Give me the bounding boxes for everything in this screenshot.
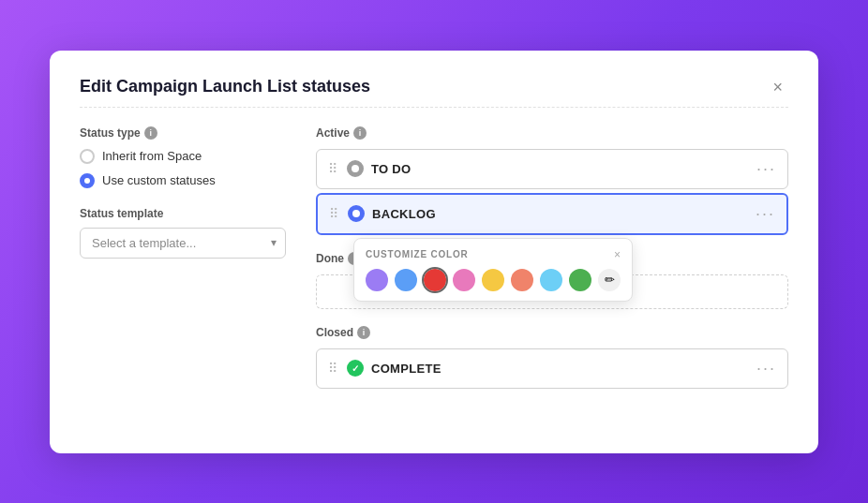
template-select[interactable]: Select a template...	[80, 228, 286, 259]
edit-statuses-modal: Edit Campaign Launch List statuses × Sta…	[50, 51, 818, 453]
color-swatch-green[interactable]	[569, 269, 591, 291]
popup-title: CUSTOMIZE COLOR	[366, 249, 469, 259]
todo-status-dot[interactable]	[347, 160, 364, 177]
complete-status-name: COMPLETE	[371, 362, 756, 376]
color-swatch-purple[interactable]	[366, 269, 388, 291]
divider	[80, 107, 788, 108]
color-swatch-pink[interactable]	[453, 269, 475, 291]
drag-handle-icon[interactable]: ⠿	[328, 161, 337, 176]
color-swatch-yellow[interactable]	[482, 269, 504, 291]
closed-info-icon: i	[357, 326, 370, 339]
use-custom-statuses-option[interactable]: Use custom statuses	[80, 173, 286, 188]
todo-more-icon[interactable]: ···	[756, 159, 776, 179]
color-swatch-blue[interactable]	[395, 269, 417, 291]
backlog-more-icon[interactable]: ···	[756, 204, 775, 224]
radio-group: Inherit from Space Use custom statuses	[80, 149, 286, 188]
color-picker-popup: CUSTOMIZE COLOR × ✏	[353, 238, 633, 302]
template-label: Status template	[80, 207, 286, 220]
right-panel: Active i ⠿ TO DO ··· ⠿ ···	[316, 126, 788, 392]
template-select-wrapper: Select a template... ▾	[80, 228, 286, 259]
template-section: Status template Select a template... ▾	[80, 207, 286, 259]
close-button[interactable]: ×	[767, 77, 788, 97]
backlog-status-input[interactable]	[372, 207, 756, 221]
complete-more-icon[interactable]: ···	[756, 359, 776, 378]
status-type-info-icon: i	[144, 126, 157, 140]
active-section-title: Active i	[316, 126, 788, 140]
closed-section-title: Closed i	[316, 326, 788, 339]
complete-status-dot[interactable]	[347, 360, 364, 377]
custom-label: Use custom statuses	[102, 173, 216, 187]
active-info-icon: i	[353, 126, 367, 140]
backlog-status-row: ⠿ ···	[316, 193, 788, 235]
inherit-from-space-option[interactable]: Inherit from Space	[80, 149, 286, 164]
popup-close-button[interactable]: ×	[614, 248, 621, 261]
color-swatch-light-blue[interactable]	[540, 269, 562, 291]
left-panel: Status type i Inherit from Space Use cus…	[80, 126, 286, 392]
inherit-radio-circle	[80, 149, 95, 164]
popup-header: CUSTOMIZE COLOR ×	[366, 248, 621, 261]
status-type-label: Status type i	[80, 126, 286, 140]
drag-handle-backlog-icon[interactable]: ⠿	[329, 206, 338, 221]
modal-title: Edit Campaign Launch List statuses	[80, 77, 370, 96]
todo-status-name: TO DO	[371, 162, 756, 176]
pencil-icon[interactable]: ✏	[598, 269, 621, 291]
color-swatch-orange[interactable]	[511, 269, 533, 291]
backlog-container: ⠿ ··· CUSTOMIZE COLOR ×	[316, 193, 788, 235]
custom-radio-circle	[80, 173, 95, 188]
modal-body: Status type i Inherit from Space Use cus…	[80, 126, 788, 392]
closed-section: Closed i ⠿ COMPLETE ···	[316, 326, 788, 389]
backlog-status-dot[interactable]	[348, 205, 365, 222]
color-grid: ✏	[366, 269, 621, 291]
color-swatch-red[interactable]	[424, 269, 446, 291]
backlog-status-name	[372, 207, 756, 221]
modal-header: Edit Campaign Launch List statuses ×	[80, 77, 788, 97]
drag-handle-complete-icon[interactable]: ⠿	[328, 361, 337, 376]
inherit-label: Inherit from Space	[102, 149, 202, 163]
todo-status-row: ⠿ TO DO ···	[316, 149, 788, 189]
complete-status-row: ⠿ COMPLETE ···	[316, 348, 788, 389]
